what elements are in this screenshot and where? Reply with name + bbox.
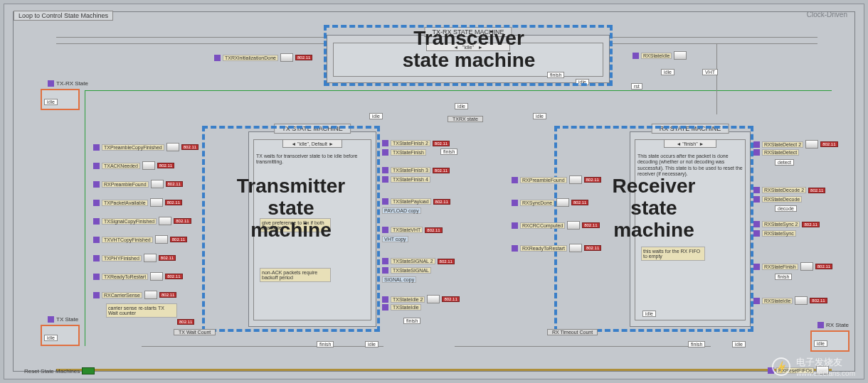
- rx-fifo-note: this waits for the RX FIFO to empty: [641, 247, 705, 261]
- watermark-logo-icon: ⚡: [772, 357, 790, 376]
- idle-value: idle: [44, 99, 58, 105]
- tx-out-idle2: TXStateIdle 2802.11: [382, 295, 460, 303]
- idle-tag: idle: [365, 341, 379, 347]
- wire: [142, 346, 383, 347]
- idle-tag: idle: [732, 341, 746, 347]
- tx-in-vhtcopy: TXVHTCopyFinished802.11: [93, 235, 187, 244]
- rx-out-idle: RXStateIdle802.11: [753, 296, 827, 305]
- rx-out-decode: RXStateDecode: [753, 196, 802, 203]
- watermark: ⚡ 电子发烧友 www.elecfans.com: [772, 355, 855, 377]
- diagram-canvas: Loop to Control State Machines Clock-Dri…: [4, 4, 864, 379]
- idle-value: idle: [642, 311, 656, 317]
- tx-out-signal2: TXStateSIGNAL 2802.11: [382, 258, 455, 264]
- finish-tag: finish: [403, 318, 420, 324]
- rx-in-crc: RXCRCComputed802.11: [512, 221, 600, 230]
- txrx-sm-tab: TX-RX STATE MACHINE: [424, 27, 512, 37]
- tx-out-finish4: TXStateFinish 4: [382, 176, 430, 183]
- tx-in-phy: TXPHYFinished802.11: [93, 254, 176, 262]
- decode-tag: decode: [775, 205, 797, 212]
- rx-state-label: RX State: [817, 322, 849, 328]
- idle-value: idle: [533, 113, 546, 119]
- tx-wait-count: TX Wait Count: [174, 329, 216, 335]
- idle-value: idle: [576, 79, 589, 85]
- txrx-state-machine: TX-RX STATE MACHINE ◄ "idle" ► finish id…: [327, 35, 610, 83]
- rx-in-sync: RXSyncDone802.11: [512, 198, 588, 207]
- tx-out-finish2: TXStateFinish 2802.11: [382, 140, 450, 146]
- tx-cs-note: carrier sense re-starts TX Wait counter: [106, 303, 177, 318]
- txrx-state-label: TX-RX State: [48, 80, 88, 87]
- tx-out-finish3: TXStateFinish 3802.11: [382, 167, 450, 173]
- reset-sm: Reset State Machines: [24, 367, 95, 374]
- rx-in-preamble: RXPreambleFound802.11: [512, 176, 601, 184]
- watermark-url: www.elecfans.com: [796, 369, 855, 377]
- tx-state-label: TX State: [48, 316, 78, 323]
- rx-state-machine: RX STATE MACHINE ◄ "finish" ► This state…: [630, 131, 751, 327]
- finish-tag: finish: [317, 341, 334, 347]
- tx-note2: give preference to Rx if both available: [260, 218, 331, 232]
- rx-case-text: This state occurs after the packet is do…: [635, 151, 745, 180]
- rx-in-ready: RXReadyToRestart802.11: [512, 244, 601, 252]
- tx-out-idle: TXStateIdle: [382, 304, 421, 311]
- tx-case-text: TX waits for transceiver state to be idl…: [254, 151, 371, 168]
- wire: [85, 90, 832, 91]
- wire: [716, 43, 717, 114]
- tx-in-ready: TXReadyToRestart802.11: [93, 272, 183, 281]
- rst-value: rst: [631, 83, 642, 90]
- tx-out-payloadcopy: PAYLOAD copy: [382, 207, 421, 214]
- rx-timeout-count: RX Timeout Count: [547, 329, 598, 335]
- rx-case-selector[interactable]: ◄ "finish" ►: [664, 139, 716, 148]
- finish-value: finish: [547, 72, 564, 78]
- idle-value: idle: [661, 69, 674, 75]
- tx-out-finish: TXStateFinish: [382, 149, 426, 156]
- watermark-text: 电子发烧友: [796, 357, 842, 367]
- txrx-state-cluster: idle: [41, 89, 80, 110]
- tx-case: ◄ "idle", Default ► TX waits for transce…: [253, 139, 371, 320]
- tx-out-signal: TXStateSIGNAL: [382, 267, 431, 274]
- txrx-case-selector[interactable]: ◄ "idle" ►: [426, 43, 510, 51]
- tx-out-signalcopy: SIGNAL copy: [382, 276, 416, 283]
- tx-out-payload: TXStatePayload802.11: [382, 198, 450, 205]
- tx-wait-red: 802.11: [177, 319, 194, 325]
- tx-in-ack: TXACKNeeded802.11: [93, 161, 174, 170]
- rxstateidle-top: RXStateIdle: [633, 51, 687, 60]
- control-loop: Loop to Control State Machines Clock-Dri…: [13, 11, 855, 372]
- idle-value: idle: [44, 335, 58, 341]
- rx-out-detect2: RXStateDetect 2802.11: [753, 140, 838, 149]
- idle-value: idle: [814, 340, 827, 347]
- idle-value: idle: [369, 113, 383, 119]
- loop-label: Loop to Control State Machines: [14, 11, 113, 21]
- tx-sm-tab: TX STATE MACHINE: [274, 124, 351, 134]
- clock-label: Clock-Driven: [807, 11, 847, 18]
- tx-in-preamble: TXPreambleCopyFinished802.11: [93, 143, 199, 151]
- tx-state-machine: TX STATE MACHINE ◄ "idle", Default ► TX …: [248, 131, 376, 327]
- tx-case-selector[interactable]: ◄ "idle", Default ►: [282, 139, 342, 148]
- tx-state-cluster: idle: [41, 325, 80, 346]
- tx-in-signalcopy: TXSignalCopyFinished802.11: [93, 217, 191, 225]
- rx-state-cluster: idle: [810, 330, 850, 352]
- rx-out-sync2: RXStateSync 2802.11: [753, 221, 820, 227]
- tx-in-carrier: RXCarrierSense802.11: [93, 291, 176, 299]
- wire: [455, 346, 711, 347]
- finish-tag: finish: [440, 149, 457, 155]
- vht-value: VHT: [702, 69, 718, 75]
- rx-out-finish: RXStateFinish802.11: [753, 262, 832, 271]
- tx-in-pktavail: TXPacketAvailable802.11: [93, 198, 182, 207]
- rx-case: ◄ "finish" ► This state occurs after the…: [635, 139, 746, 320]
- rx-sm-tab: RX STATE MACHINE: [652, 124, 729, 134]
- tx-note3: non-ACK packets require backoff period: [260, 268, 331, 282]
- wire: [85, 90, 85, 346]
- finish-tag: finish: [688, 341, 705, 347]
- tx-in-rxpreamble: RXPreambleFound802.11: [93, 180, 183, 188]
- tx-out-vhtcopy: VHT copy: [382, 236, 408, 242]
- txrx-state-bar: TXRX state: [448, 116, 483, 122]
- finish-tag: finish: [775, 274, 792, 280]
- txrx-case: ◄ "idle" ► finish idle: [333, 43, 603, 77]
- rx-out-detect: RXStateDetect: [753, 149, 799, 156]
- txrx-init-done: TXRXInitializationDone802.11: [214, 53, 312, 62]
- detect-tag: detect: [775, 159, 794, 166]
- rx-out-decode2: RXStateDecode 2802.11: [753, 187, 825, 193]
- rx-out-sync: RXStateSync: [753, 230, 796, 237]
- wire: [56, 369, 832, 371]
- idle-value: idle: [455, 103, 468, 109]
- tx-out-vht: TXStateVHT802.11: [382, 227, 443, 233]
